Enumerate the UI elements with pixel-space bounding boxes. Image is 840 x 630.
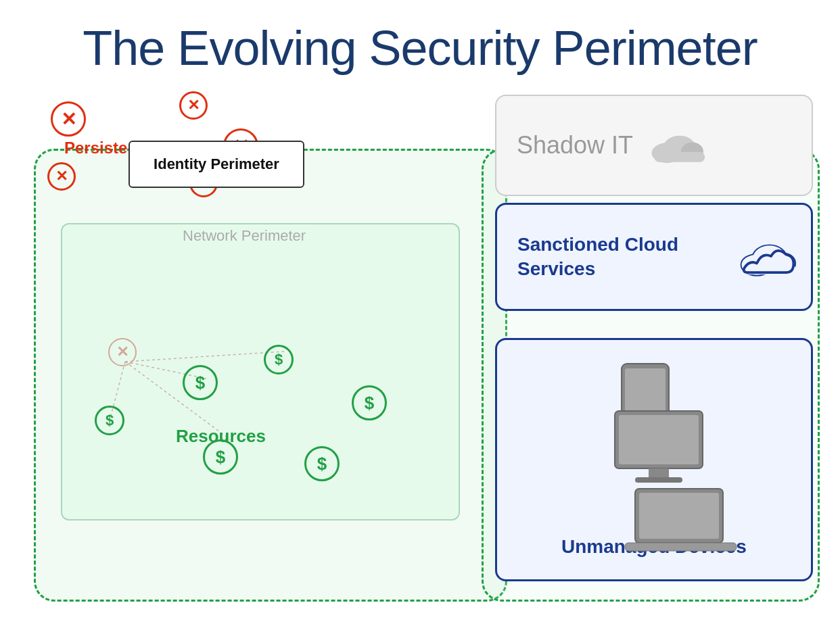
identity-perimeter-label: Identity Perimeter (154, 155, 279, 173)
laptop-icon (622, 485, 743, 560)
svg-rect-23 (639, 493, 719, 539)
shadow-it-cloud-icon (647, 125, 707, 166)
identity-perimeter-box: Identity Perimeter (129, 141, 304, 188)
threat-x-1: ✕ (51, 101, 86, 137)
shadow-it-box: Shadow IT (495, 95, 813, 196)
resource-dollar-2: $ (264, 345, 294, 374)
right-panels: Shadow IT Sanctioned Cloud Services (475, 95, 820, 595)
resource-dollar-4: $ (95, 406, 124, 435)
resources-label: Resources (176, 426, 266, 447)
threat-x-2: ✕ (179, 91, 208, 120)
monitor-icon (608, 408, 716, 489)
diagram-container: ✕ ✕ ✕ ✕ ✕ Persistent Threats Identity Pe… (20, 95, 820, 622)
sanctioned-cloud-label: Sanctioned Cloud Services (517, 233, 737, 282)
page-title: The Evolving Security Perimeter (0, 0, 840, 76)
network-perimeter-box (61, 223, 460, 520)
resource-dollar-6: $ (304, 446, 340, 481)
sanctioned-cloud-box: Sanctioned Cloud Services (495, 203, 813, 311)
sanctioned-cloud-icon (737, 235, 797, 279)
svg-rect-20 (649, 468, 669, 479)
svg-rect-21 (635, 477, 682, 483)
resource-dollar-3: $ (352, 385, 387, 420)
network-perimeter-label: Network Perimeter (183, 227, 306, 245)
faded-threat-x: ✕ (108, 338, 137, 366)
svg-rect-24 (625, 543, 737, 551)
resource-dollar-1: $ (183, 365, 218, 400)
svg-rect-19 (619, 415, 699, 464)
shadow-it-label: Shadow IT (517, 131, 633, 160)
svg-rect-7 (654, 152, 705, 162)
threat-x-4: ✕ (47, 162, 76, 191)
unmanaged-devices-box: Unmanaged Devices (495, 338, 813, 581)
